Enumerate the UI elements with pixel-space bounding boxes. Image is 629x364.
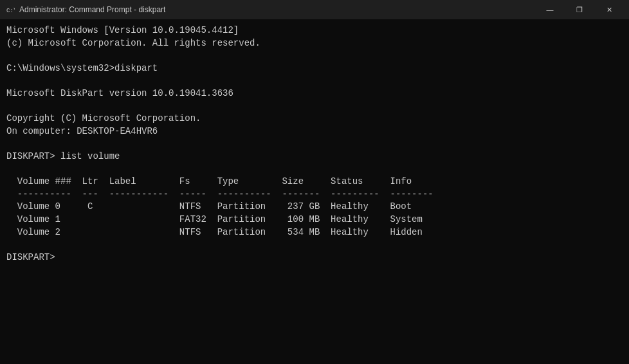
title-bar: C:\ Administrator: Command Prompt - disk…: [0, 0, 629, 19]
maximize-button[interactable]: ❐: [565, 0, 594, 19]
window: C:\ Administrator: Command Prompt - disk…: [0, 0, 629, 364]
title-bar-title: Administrator: Command Prompt - diskpart: [19, 5, 165, 14]
console-output[interactable]: Microsoft Windows [Version 10.0.19045.44…: [0, 19, 629, 364]
title-bar-controls: — ❐ ✕: [535, 0, 624, 19]
cmd-icon: C:\: [5, 5, 15, 15]
close-button[interactable]: ✕: [594, 0, 624, 19]
minimize-button[interactable]: —: [535, 0, 565, 19]
title-bar-left: C:\ Administrator: Command Prompt - disk…: [5, 5, 165, 15]
svg-text:C:\: C:\: [6, 8, 15, 14]
